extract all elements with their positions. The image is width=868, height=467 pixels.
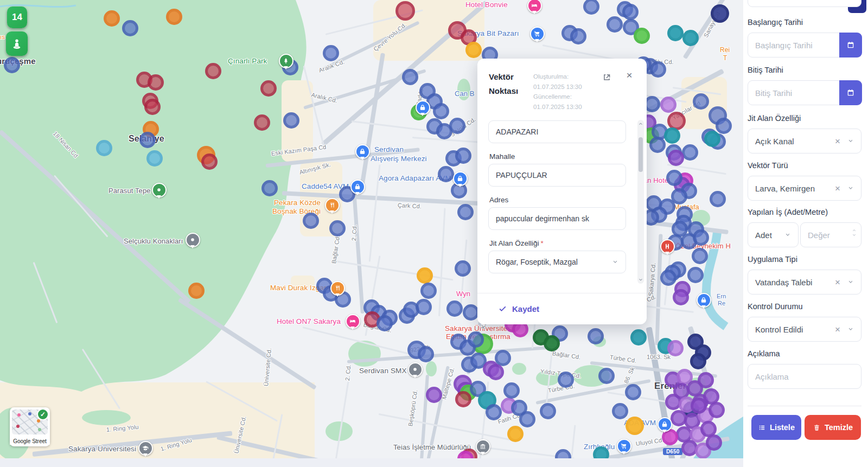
close-icon[interactable]: × — [624, 71, 634, 80]
map-marker[interactable] — [303, 213, 319, 229]
stepper-down-icon[interactable] — [852, 233, 857, 238]
map-marker[interactable] — [558, 372, 574, 388]
poi-pin-cap[interactable] — [138, 441, 153, 456]
map-marker[interactable] — [660, 270, 676, 286]
scroll-down-icon[interactable] — [638, 277, 643, 283]
map-marker[interactable] — [201, 153, 218, 170]
map-marker[interactable] — [690, 353, 706, 369]
poi-pin-lock[interactable] — [355, 144, 370, 159]
poi-pin-fork[interactable] — [330, 281, 345, 296]
map-marker[interactable] — [693, 229, 709, 246]
poi-pin-dot[interactable] — [152, 183, 167, 197]
poi-pin-cart[interactable] — [617, 439, 631, 453]
map-marker[interactable] — [329, 220, 346, 236]
layer-switcher[interactable]: ✓ Google Street — [10, 407, 50, 446]
map-marker[interactable] — [704, 131, 720, 147]
work-unit-select[interactable]: Adet — [748, 222, 799, 247]
map-marker[interactable] — [682, 30, 699, 46]
scroll-up-icon[interactable] — [638, 121, 643, 126]
poi-pin-dot[interactable] — [186, 233, 200, 247]
map-marker[interactable] — [687, 267, 704, 283]
map-marker[interactable] — [706, 434, 722, 451]
expand-icon[interactable] — [602, 73, 612, 82]
clear-icon[interactable]: × — [835, 184, 840, 193]
map-marker[interactable] — [254, 114, 270, 131]
clear-icon[interactable]: × — [835, 137, 840, 146]
map-marker[interactable] — [395, 1, 415, 21]
poi-pin-tree[interactable] — [279, 54, 293, 68]
map-marker[interactable] — [630, 329, 647, 346]
map-marker[interactable] — [486, 404, 502, 420]
map-marker[interactable] — [626, 417, 644, 435]
map-marker[interactable] — [455, 260, 471, 277]
map-marker[interactable] — [261, 180, 278, 196]
poi-pin-dot[interactable] — [408, 362, 423, 377]
map-marker[interactable] — [455, 148, 471, 164]
map-marker[interactable] — [96, 140, 112, 156]
map-marker[interactable] — [426, 387, 442, 403]
map-marker[interactable] — [449, 118, 465, 134]
stepper-up-icon[interactable] — [852, 228, 857, 233]
map-marker[interactable] — [417, 267, 433, 284]
map-marker[interactable] — [660, 97, 676, 113]
map-marker[interactable] — [376, 315, 393, 331]
poi-pin-lock[interactable] — [416, 100, 430, 115]
application-type-select[interactable]: Vatandaş Talebi × — [748, 270, 861, 295]
poi-pin-bank[interactable] — [476, 439, 490, 454]
scrolled-field-partial[interactable] — [748, 0, 861, 7]
list-button[interactable]: Listele — [751, 415, 801, 440]
map-marker[interactable] — [598, 368, 615, 384]
map-marker[interactable] — [540, 403, 556, 419]
poi-pin-bed[interactable] — [527, 0, 542, 13]
map-marker[interactable] — [682, 144, 698, 161]
map-marker[interactable] — [455, 391, 471, 407]
pegman-button[interactable] — [6, 31, 28, 56]
description-input[interactable] — [748, 364, 861, 388]
map-marker[interactable] — [468, 331, 484, 348]
poi-pin-H[interactable] — [660, 239, 675, 254]
number-stepper[interactable] — [852, 228, 857, 238]
poi-pin-lock[interactable] — [453, 171, 468, 186]
map-marker[interactable] — [612, 403, 628, 419]
map-marker[interactable] — [716, 118, 732, 134]
poi-pin-lock[interactable] — [697, 293, 711, 308]
map-marker[interactable] — [148, 74, 164, 91]
map-marker[interactable] — [433, 103, 449, 119]
map-marker[interactable] — [122, 20, 138, 36]
cluster-count-badge[interactable]: 14 — [7, 7, 27, 28]
map-marker[interactable] — [650, 61, 666, 78]
map-marker[interactable] — [622, 4, 639, 20]
end-date-calendar-button[interactable] — [839, 80, 862, 105]
address-field[interactable] — [488, 207, 626, 230]
poi-pin-cart[interactable] — [530, 27, 545, 41]
map-marker[interactable] — [607, 16, 623, 33]
map-marker[interactable] — [465, 42, 482, 58]
map-marker[interactable] — [457, 204, 474, 220]
map-marker[interactable] — [144, 99, 161, 115]
control-status-select[interactable]: Kontrol Edildi × — [748, 317, 861, 342]
map-marker[interactable] — [323, 45, 339, 61]
jit-area-select[interactable]: Rögar, Foseptik, Mazgal — [488, 251, 626, 273]
map-marker[interactable] — [519, 411, 535, 427]
poi-pin-bed[interactable] — [346, 314, 360, 329]
map-marker[interactable] — [625, 384, 641, 400]
map-marker[interactable] — [503, 382, 520, 399]
map-canvas[interactable]: uruçeşmeSelahiyeErenlerÇınarlı ParkParas… — [0, 0, 743, 458]
map-marker[interactable] — [698, 372, 714, 388]
map-marker[interactable] — [188, 283, 205, 299]
map-marker[interactable] — [418, 346, 434, 362]
clear-icon[interactable]: × — [835, 278, 840, 287]
map-marker[interactable] — [416, 299, 432, 315]
popup-scrollbar[interactable] — [637, 120, 644, 284]
clear-button[interactable]: Temizle — [805, 415, 861, 440]
map-marker[interactable] — [593, 446, 609, 458]
map-marker[interactable] — [649, 137, 666, 153]
clear-icon[interactable]: × — [835, 325, 840, 334]
map-marker[interactable] — [104, 10, 120, 27]
map-marker[interactable] — [711, 4, 729, 23]
map-marker[interactable] — [438, 166, 454, 182]
vector-type-select[interactable]: Larva, Kemirgen × — [748, 176, 861, 201]
map-marker[interactable] — [420, 283, 437, 299]
map-marker[interactable] — [146, 150, 163, 167]
map-marker[interactable] — [260, 80, 277, 97]
